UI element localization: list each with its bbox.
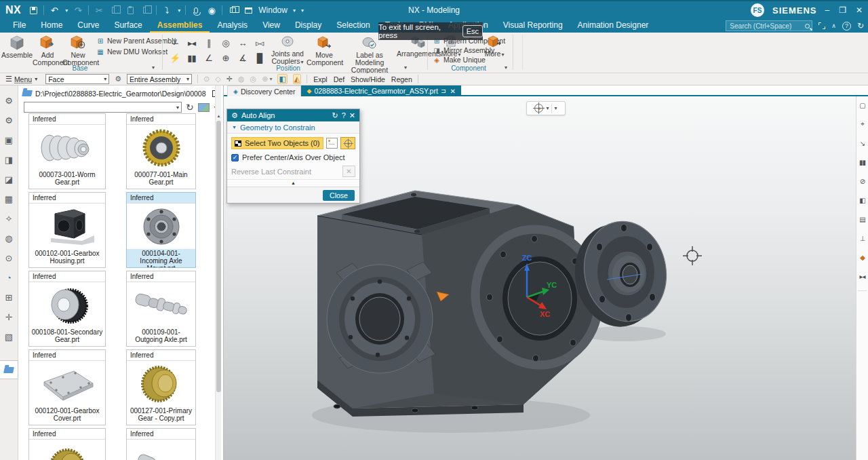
center-constraint-icon[interactable]: ▸◂	[856, 269, 868, 284]
tab-active-part[interactable]: ◆ 0288883-Electric_Gearmotor_ASSY.prt ⊐ …	[301, 85, 460, 96]
align-stop-icon[interactable]: ▐▌	[251, 50, 268, 65]
assemble-button[interactable]: Assemble	[1, 33, 33, 64]
hide-component-icon[interactable]: ⊘	[856, 174, 868, 189]
prefer-center-checkbox-row[interactable]: ✓ Prefer Center/Axis Over Object	[231, 153, 355, 161]
tab-view[interactable]: View	[255, 19, 288, 33]
new-parent-assembly-button[interactable]: ⊞ New Parent Assembly	[96, 36, 177, 45]
part-card-secondary-gear[interactable]: Inferred 000108-001-Secondary Gear.prt	[28, 271, 106, 347]
process-tools-icon[interactable]: ✛	[0, 309, 18, 325]
touch-constraint-icon[interactable]: ⊥	[856, 231, 868, 246]
search-input[interactable]	[728, 22, 805, 31]
settings-gear-icon[interactable]: ⚙	[0, 92, 18, 109]
snap-options-caret[interactable]: ▾	[269, 76, 272, 82]
scroll-up-arrow[interactable]: ▲	[216, 114, 222, 118]
window-switch-icon[interactable]	[227, 5, 238, 16]
assembly-cube-icon[interactable]: ◆	[856, 250, 868, 265]
snap-endpoint-icon[interactable]: ◇	[215, 75, 220, 83]
constraint-navigator-icon[interactable]: ◨	[0, 151, 18, 168]
tab-animation-designer[interactable]: Animation Designer	[570, 19, 656, 33]
close-tab-icon[interactable]: ✕	[450, 88, 455, 95]
dialog-reset-icon[interactable]: ↻	[332, 111, 338, 120]
redo-icon[interactable]: ↷	[73, 5, 83, 16]
part-card-main-gear[interactable]: Inferred 000077-001-Main Gear.prt	[126, 113, 196, 189]
cut-icon[interactable]: ✂	[94, 5, 104, 16]
bond-constraint-icon[interactable]: ▮▮	[183, 50, 200, 65]
move-component-button[interactable]: Move Component	[307, 33, 342, 64]
distance-constraint-icon[interactable]: ↔	[234, 35, 251, 50]
dialog-close-button[interactable]: Close	[323, 190, 355, 201]
view-cube-icon[interactable]: ▢	[856, 98, 868, 113]
palette-filter-combo[interactable]: ▾	[24, 102, 182, 113]
thumbnail-view-icon[interactable]	[198, 103, 210, 112]
add-component-button[interactable]: Add Component	[33, 33, 62, 64]
fix-constraint-icon[interactable]: ▹◃	[251, 35, 268, 50]
part-card-worm-gear[interactable]: Inferred 000073-001-Worm Gear.prt	[28, 113, 106, 189]
auto-align-target-icon[interactable]	[534, 104, 543, 113]
constraint-flash-icon[interactable]: ▮▮	[856, 155, 868, 170]
checkbox-checked-icon[interactable]: ✓	[231, 154, 239, 161]
component-gear-icon[interactable]: ◧	[856, 193, 868, 208]
minimize-button[interactable]: –	[825, 5, 829, 15]
make-unique-button[interactable]: ◈ Make Unique	[433, 55, 486, 64]
filter-icon[interactable]: ⚙	[115, 75, 121, 83]
reuse-library-icon[interactable]: ▦	[0, 191, 18, 207]
expl-link[interactable]: Expl	[313, 75, 327, 83]
part-navigator-icon[interactable]: ◪	[0, 171, 18, 187]
snap-midpoint-icon[interactable]: ✛	[226, 75, 233, 83]
info-icon[interactable]: ⊙	[0, 250, 18, 266]
wireframe-toggle-icon[interactable]: ◭	[293, 74, 301, 84]
touch-mode-icon[interactable]: ◉	[206, 5, 217, 16]
component-more-button[interactable]: More▾	[483, 33, 506, 64]
snap-arc-center-icon[interactable]: ◎	[250, 75, 257, 83]
menu-button[interactable]: ☰ Menu ▾	[5, 75, 37, 83]
minimize-ribbon-icon[interactable]: ∧	[831, 22, 836, 29]
concentric-constraint-icon[interactable]: ◎	[217, 35, 234, 50]
voice-command-icon[interactable]	[191, 5, 201, 16]
tab-discovery-center[interactable]: ◈ Discovery Center	[227, 85, 301, 96]
customize-qat-caret[interactable]: ▾	[301, 7, 304, 14]
tab-home[interactable]: Home	[33, 19, 70, 33]
snap-quadrant-icon[interactable]: ⊕	[262, 75, 268, 83]
part-card-partial-shaft[interactable]: Inferred	[126, 428, 196, 460]
folder-view-tab-active[interactable]	[0, 360, 18, 379]
search-part-icon[interactable]: ◍	[0, 230, 18, 246]
tab-file[interactable]: File	[5, 19, 33, 33]
tab-assemblies[interactable]: Assemblies	[150, 19, 210, 33]
scope-combo[interactable]: Entire Assembly▾	[127, 74, 192, 84]
save-icon[interactable]	[28, 5, 39, 16]
window-icon[interactable]	[243, 5, 254, 16]
dialog-close-icon[interactable]: ✕	[349, 111, 355, 120]
snap-fit-icon[interactable]: ⚡	[166, 50, 183, 65]
tab-analysis[interactable]: Analysis	[210, 19, 255, 33]
target-dropdown-caret[interactable]: ▾	[546, 105, 549, 111]
part-card-partial-gear[interactable]: Inferred	[28, 428, 106, 460]
regen-link[interactable]: Regen	[391, 75, 412, 83]
copy-icon[interactable]	[109, 5, 120, 16]
part-card-incoming-axle-mount[interactable]: Inferred 000104-001-Incoming Axle Mount.…	[126, 192, 196, 268]
datum-icon[interactable]: ↘	[856, 136, 868, 151]
geometry-section-header[interactable]: ▼ Geometry to Constrain	[227, 121, 359, 134]
def-link[interactable]: Def	[334, 75, 344, 83]
shaded-face-toggle-icon[interactable]: ◧	[277, 74, 287, 84]
joints-and-couplers-button[interactable]: Joints and Couplers▾	[270, 33, 305, 64]
snap-point-icon[interactable]: ⊙	[203, 75, 210, 83]
assembly-navigator-icon[interactable]: ▣	[0, 132, 18, 148]
undo-dropdown-caret[interactable]: ▾	[65, 7, 68, 14]
center-constraint-icon[interactable]: ▸◂	[183, 35, 200, 50]
tab-curve[interactable]: Curve	[70, 19, 106, 33]
roles-gears-icon[interactable]: ⚙	[0, 112, 18, 128]
scrollbar-thumb[interactable]	[216, 121, 221, 392]
component-list-icon[interactable]: ▤	[856, 212, 868, 227]
window-menu[interactable]: Window	[258, 5, 288, 15]
dialog-header[interactable]: ⚙ Auto Align ↻ ? ✕	[227, 109, 359, 121]
tab-visual-reporting[interactable]: Visual Reporting	[496, 19, 570, 33]
palette-scrollbar[interactable]: ▲	[215, 85, 221, 460]
snap-point-button[interactable]	[340, 137, 355, 149]
search-icon[interactable]	[805, 24, 810, 28]
point-dialog-button[interactable]: …	[326, 138, 338, 149]
position-group-caret[interactable]: ▾	[404, 64, 407, 71]
user-avatar[interactable]: FS	[751, 3, 764, 17]
web-browser-icon[interactable]: ◔	[0, 269, 18, 286]
showhide-link[interactable]: Show/Hide	[351, 75, 385, 83]
orbit-icon[interactable]: ⌖	[856, 117, 868, 132]
